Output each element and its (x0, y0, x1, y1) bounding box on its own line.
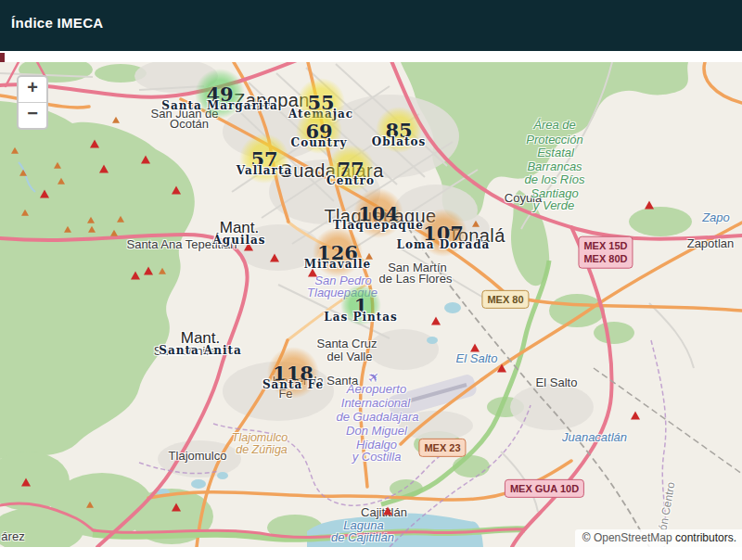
map-canvas[interactable]: ZapopanGuadalajaraTlaquepaqueTonaláSan J… (0, 62, 742, 547)
station-name: Santa Fe (262, 378, 324, 391)
station-name: Miravalle (304, 258, 371, 271)
openstreetmap-link[interactable]: OpenStreetMap (594, 531, 672, 544)
map-attribution: © OpenStreetMap contributors. (575, 529, 742, 547)
zoom-control: + − (17, 75, 48, 130)
zoom-out-button[interactable]: − (19, 103, 46, 128)
station-name: Loma Dorada (397, 238, 491, 251)
attribution-suffix: contributors. (672, 531, 736, 544)
page-title: Índice IMECA (0, 0, 742, 46)
station-name: Las Pintas (324, 311, 398, 324)
zoom-in-button[interactable]: + (19, 77, 46, 103)
station-name: Oblatos (372, 135, 426, 148)
station-name: Vallarta (237, 164, 293, 177)
station-name: Santa Margarita (161, 99, 277, 112)
station-name: Centro (326, 174, 375, 187)
imeca-dashboard: Índice IMECA (0, 0, 742, 560)
station-name: Santa Anita (159, 344, 242, 357)
app-header: Índice IMECA (0, 0, 742, 51)
attribution-copyright: © (582, 531, 594, 544)
station-name: Águilas (212, 234, 265, 247)
